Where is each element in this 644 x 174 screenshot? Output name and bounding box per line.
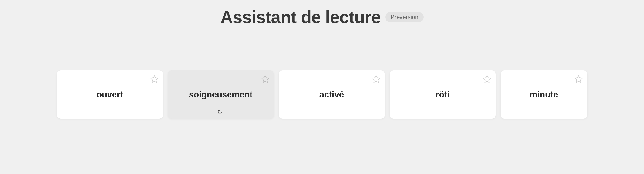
word-card-label-ouvert: ouvert <box>96 90 123 100</box>
word-card-label-soigneusement: soigneusement <box>189 90 252 100</box>
word-card-active[interactable]: activé <box>279 70 385 119</box>
word-card-label-roti: rôti <box>436 90 450 100</box>
svg-marker-0 <box>151 76 158 83</box>
page-title: Assistant de lecture <box>220 7 380 27</box>
page-container: Assistant de lecture Préversion ouvert s… <box>0 0 644 174</box>
word-card-ouvert[interactable]: ouvert <box>57 70 163 119</box>
svg-marker-2 <box>372 76 380 83</box>
word-card-soigneusement[interactable]: soigneusement ☞ <box>168 70 274 119</box>
svg-marker-3 <box>484 76 491 83</box>
star-icon-soigneusement[interactable] <box>261 75 270 84</box>
star-icon-active[interactable] <box>372 75 380 84</box>
word-card-label-active: activé <box>319 90 344 100</box>
word-card-minute[interactable]: minute <box>500 70 587 119</box>
cursor-indicator: ☞ <box>218 108 224 116</box>
preversion-badge: Préversion <box>385 12 424 23</box>
svg-marker-1 <box>262 76 269 83</box>
star-icon-ouvert[interactable] <box>150 75 159 84</box>
word-card-roti[interactable]: rôti <box>390 70 496 119</box>
svg-marker-4 <box>575 76 582 83</box>
cards-row: ouvert soigneusement ☞ activé <box>0 70 644 119</box>
star-icon-roti[interactable] <box>483 75 492 84</box>
star-icon-minute[interactable] <box>574 75 583 84</box>
header: Assistant de lecture Préversion <box>220 7 424 27</box>
word-card-label-minute: minute <box>530 90 558 100</box>
